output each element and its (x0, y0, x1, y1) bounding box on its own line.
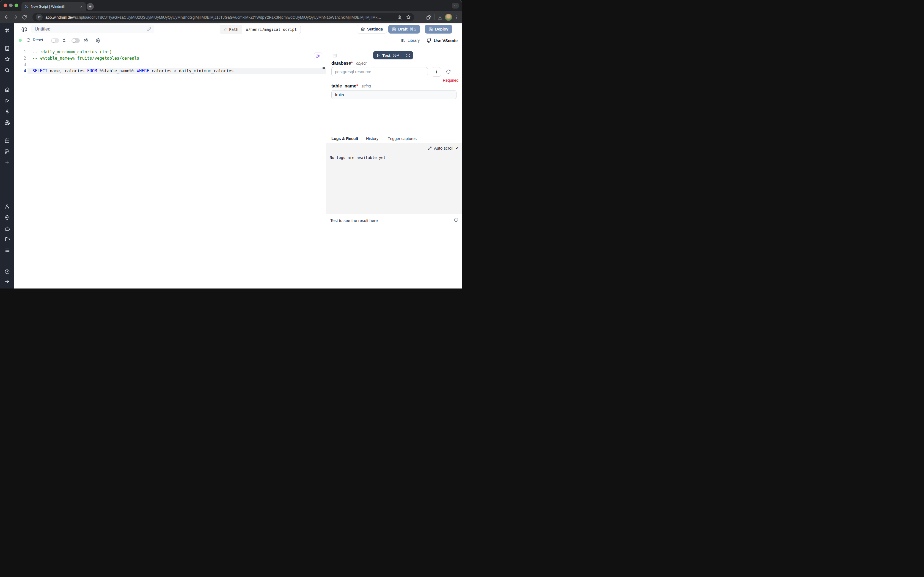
schedules-calendar-icon[interactable] (5, 138, 10, 143)
minimize-window-button[interactable] (9, 3, 13, 7)
info-icon[interactable] (454, 218, 459, 222)
status-dot (19, 39, 22, 42)
capture-test-button[interactable] (403, 53, 413, 58)
tab-logs-result[interactable]: Logs & Result (332, 136, 358, 141)
test-button[interactable]: Test ⌘↵ (373, 51, 413, 60)
github-icon (427, 38, 431, 43)
zoom-page-icon[interactable] (397, 15, 402, 20)
vscode-label: Use VScode (434, 38, 457, 43)
field-label-database: database*object (332, 61, 366, 66)
database-input[interactable] (332, 67, 428, 76)
url-text: app.windmill.dev/scripts/add#JTdCJTIyaGF… (45, 15, 393, 19)
help-icon[interactable] (5, 269, 10, 274)
main-area: Path u/henri/magical_script Settings Dra… (14, 23, 462, 288)
expand-sidebar-arrow-icon[interactable] (5, 279, 10, 284)
site-info-button[interactable] (36, 14, 43, 21)
field-type: object (356, 61, 366, 66)
panel-tabs: Logs & Result History Trigger captures (326, 134, 462, 143)
overview-ruler-mark (323, 68, 325, 69)
editor-gutter: 1234 (14, 49, 26, 74)
draft-button[interactable]: Draft ⌘S (388, 25, 420, 34)
save-icon (429, 27, 433, 31)
tab-close-icon[interactable]: × (79, 5, 83, 8)
reload-icon[interactable] (22, 15, 27, 20)
new-tab-button[interactable]: + (87, 3, 94, 10)
zoom-window-button[interactable] (14, 3, 18, 7)
field-label-table-name: table_name*string (332, 83, 371, 89)
forward-icon[interactable] (13, 15, 18, 20)
script-title-input[interactable] (31, 25, 154, 33)
collaborators-users-icon[interactable] (83, 38, 88, 43)
path-chip[interactable]: Path u/henri/magical_script (220, 25, 301, 34)
tab-title: New Script | Windmill (31, 5, 79, 8)
user-icon[interactable] (5, 204, 10, 209)
expand-logs-icon[interactable] (428, 146, 432, 150)
database-required-error: Required (443, 78, 459, 82)
resources-boxes-icon[interactable] (5, 119, 10, 125)
draft-label: Draft (398, 27, 407, 31)
code-line-1[interactable]: -- :daily_minimum_calories (int) (27, 49, 326, 55)
settings-gear-icon[interactable] (5, 215, 10, 220)
tab-search-button[interactable] (452, 3, 459, 8)
address-bar[interactable]: app.windmill.dev/scripts/add#JTdCJTIyaGF… (32, 13, 414, 21)
auto-scroll-control[interactable]: Auto scroll ✔ (428, 146, 459, 150)
gear-icon (361, 27, 365, 31)
reset-refresh-icon (26, 38, 31, 42)
refresh-resources-icon[interactable] (446, 69, 451, 74)
variables-dollar-icon[interactable] (5, 109, 10, 114)
library-button[interactable]: Library (401, 38, 420, 43)
code-line-4[interactable]: SELECT name, calories FROM %%table_name%… (27, 68, 326, 74)
add-plus-icon[interactable] (5, 160, 10, 165)
code-line-3[interactable] (27, 61, 326, 68)
edit-title-pencil-icon[interactable] (147, 27, 151, 31)
test-panel: Test ⌘↵ database*object Required (326, 46, 462, 288)
field-type: string (361, 84, 371, 88)
required-asterisk: * (356, 83, 358, 88)
workspace-building-icon[interactable] (5, 46, 10, 51)
windmill-logo-icon[interactable] (4, 27, 10, 33)
logs-empty-text: No logs are available yet (330, 155, 386, 160)
settings-button[interactable]: Settings (357, 25, 387, 34)
home-icon[interactable] (5, 87, 10, 92)
plus-minus-icon[interactable] (62, 38, 66, 43)
extensions-puzzle-icon[interactable] (426, 15, 431, 20)
folders-open-icon[interactable] (5, 237, 10, 242)
close-window-button[interactable] (3, 3, 7, 7)
ai-wand-button[interactable] (314, 52, 322, 60)
sidebar-divider (2, 78, 12, 78)
runs-play-icon[interactable] (5, 98, 10, 103)
deploy-button[interactable]: Deploy (425, 25, 452, 34)
favorites-star-icon[interactable] (5, 56, 10, 62)
kebab-menu-icon[interactable] (454, 15, 459, 20)
back-icon[interactable] (4, 15, 9, 20)
draft-shortcut: ⌘S (410, 27, 416, 31)
tab-history[interactable]: History (366, 136, 378, 141)
browser-tab[interactable]: New Script | Windmill × (21, 2, 86, 11)
workers-robot-icon[interactable] (5, 226, 10, 231)
browser-window: New Script | Windmill × + app.windmill.d… (0, 0, 462, 288)
code-editor[interactable]: 1234 -- :daily_minimum_calories (int)-- … (14, 46, 326, 288)
downloads-icon[interactable] (437, 15, 443, 20)
profile-avatar[interactable] (445, 14, 452, 21)
use-vscode-button[interactable]: Use VScode (427, 38, 457, 43)
path-value: u/henri/magical_script (242, 25, 301, 34)
routes-icon[interactable] (5, 148, 10, 154)
audit-list-icon[interactable] (5, 248, 10, 253)
collapse-panel-icon[interactable] (332, 53, 337, 58)
editor-code[interactable]: -- :daily_minimum_calories (int)-- %%tab… (27, 49, 326, 74)
bookmark-star-icon[interactable] (406, 15, 411, 20)
edit-path-pencil-icon (224, 28, 227, 31)
table-name-input[interactable] (332, 90, 457, 99)
search-icon[interactable] (5, 68, 10, 73)
reset-button[interactable]: Reset (26, 38, 43, 42)
field-name: table_name (332, 83, 356, 88)
code-line-2[interactable]: -- %%table_name%% fruits/vegetables/cere… (27, 55, 326, 61)
add-resource-button[interactable] (432, 67, 441, 77)
reset-label: Reset (33, 38, 43, 42)
tab-trigger-captures[interactable]: Trigger captures (388, 136, 417, 141)
editor-settings-gear-icon[interactable] (96, 38, 101, 43)
diff-toggle[interactable] (51, 38, 60, 43)
postgresql-icon (21, 26, 28, 33)
sidebar (0, 23, 14, 288)
collab-toggle[interactable] (71, 38, 80, 43)
